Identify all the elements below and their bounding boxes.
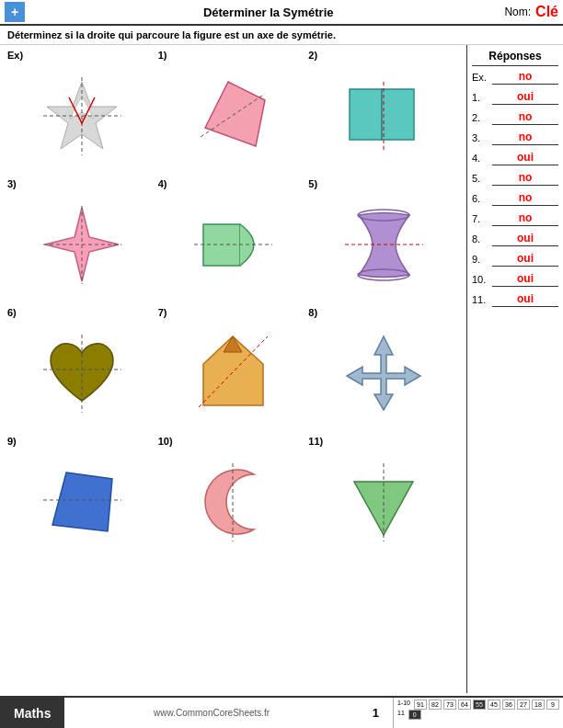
response-label: Ex. — [472, 72, 492, 83]
page-title: Déterminer la Symétrie — [32, 6, 504, 19]
figure-3-content — [7, 191, 158, 298]
response-item: 5. no — [472, 171, 558, 186]
figure-11-content — [308, 449, 459, 555]
response-item: 11. oui — [472, 292, 558, 307]
figure-5-content — [308, 191, 459, 298]
svg-marker-22 — [347, 336, 420, 410]
stat-18: 18 — [532, 700, 545, 710]
figure-3: 3) — [7, 178, 158, 298]
figure-7-label: 7) — [158, 307, 167, 318]
footer-maths-label: Maths — [0, 698, 64, 728]
figure-6: 6) — [7, 307, 158, 427]
svg-rect-6 — [350, 89, 382, 140]
figure-1-label: 1) — [158, 50, 167, 61]
response-label: 3. — [472, 132, 492, 143]
main-content: Ex) — [0, 45, 563, 693]
figure-11: 11) — [308, 436, 459, 555]
cle-label: Clé — [535, 4, 558, 20]
footer-stats-row-2: 11 0 — [397, 710, 559, 720]
figure-8-content — [308, 320, 459, 427]
figure-10: 10) — [158, 436, 309, 555]
figure-1-content — [158, 63, 309, 169]
response-item: 1. oui — [472, 90, 558, 105]
response-value: oui — [492, 272, 558, 287]
figure-6-content — [7, 320, 158, 427]
stat-82: 82 — [429, 700, 442, 710]
response-label: 5. — [472, 173, 492, 184]
response-label: 6. — [472, 193, 492, 204]
figure-5: 5) — [308, 178, 459, 298]
figure-2: 2) — [308, 50, 459, 169]
crescent-figure — [194, 463, 272, 541]
figures-area: Ex) — [0, 45, 466, 693]
response-item: 9. oui — [472, 252, 558, 267]
stat-11: 0 — [408, 710, 421, 720]
response-label: 9. — [472, 254, 492, 265]
figure-5-label: 5) — [308, 178, 317, 189]
response-label: 10. — [472, 274, 492, 285]
figure-9-content — [7, 449, 158, 555]
response-label: 2. — [472, 112, 492, 123]
triangle-figure — [345, 463, 423, 541]
stat-64: 64 — [458, 700, 471, 710]
responses-list: Ex. no1. oui2. no3. no4. oui5. no6. no7. — [472, 70, 558, 307]
figure-10-label: 10) — [158, 436, 173, 447]
kite-figure — [196, 77, 270, 155]
footer-stats: 1-10 91 82 73 64 55 45 36 27 18 9 11 0 — [393, 698, 563, 728]
figure-4-label: 4) — [158, 178, 167, 189]
svg-marker-23 — [52, 472, 112, 531]
response-label: 8. — [472, 233, 492, 245]
stat-91: 91 — [414, 700, 427, 710]
response-value: no — [492, 70, 558, 85]
response-label: 7. — [472, 213, 492, 224]
figure-3-label: 3) — [7, 178, 17, 189]
response-value: no — [492, 171, 558, 186]
response-label: 11. — [472, 294, 492, 305]
responses-panel: Réponses Ex. no1. oui2. no3. no4. oui5. … — [466, 45, 563, 693]
responses-title: Réponses — [472, 50, 558, 66]
heart-figure — [43, 335, 121, 413]
response-item: 2. no — [472, 110, 558, 125]
response-item: 4. oui — [472, 151, 558, 165]
footer-url: www.CommonCoreSheets.fr — [64, 698, 358, 728]
figure-6-label: 6) — [7, 307, 17, 318]
response-value: no — [492, 211, 558, 226]
arrowstar-figure — [342, 332, 425, 415]
figure-4: 4) — [158, 178, 309, 298]
figure-8: 8) — [308, 307, 459, 427]
response-item: 3. no — [472, 131, 558, 145]
figure-9: 9) — [7, 436, 158, 555]
response-label: 1. — [472, 92, 492, 103]
stat-9: 9 — [546, 700, 559, 710]
response-item: 10. oui — [472, 272, 558, 287]
stat-36: 36 — [502, 700, 515, 710]
star4-figure — [43, 206, 121, 284]
instruction-text: Déterminez si la droite qui parcoure la … — [0, 26, 563, 45]
svg-rect-7 — [382, 89, 414, 140]
page-footer: Maths www.CommonCoreSheets.fr 1 1-10 91 … — [0, 696, 563, 728]
response-item: 7. no — [472, 211, 558, 226]
hourglass-figure — [345, 206, 423, 284]
footer-stats-row-1: 1-10 91 82 73 64 55 45 36 27 18 9 — [397, 700, 559, 710]
figure-7: 7) — [158, 307, 309, 427]
figure-ex: Ex) — [7, 50, 158, 169]
response-label: 4. — [472, 153, 492, 164]
figure-4-content — [158, 191, 309, 298]
response-value: oui — [492, 90, 558, 105]
figure-7-content — [158, 320, 309, 427]
figure-2-label: 2) — [308, 50, 317, 61]
response-value: no — [492, 110, 558, 125]
response-value: oui — [492, 292, 558, 307]
star-figure — [43, 77, 121, 155]
footer-page-number: 1 — [359, 698, 393, 728]
response-value: oui — [492, 232, 558, 246]
stat-55: 55 — [473, 700, 486, 710]
response-value: no — [492, 191, 558, 206]
response-item: 6. no — [472, 191, 558, 206]
figure-10-content — [158, 449, 309, 555]
response-value: oui — [492, 151, 558, 165]
response-item: 8. oui — [472, 232, 558, 246]
house-figure — [194, 332, 272, 415]
stat-27: 27 — [517, 700, 530, 710]
dshape-figure — [194, 210, 272, 279]
